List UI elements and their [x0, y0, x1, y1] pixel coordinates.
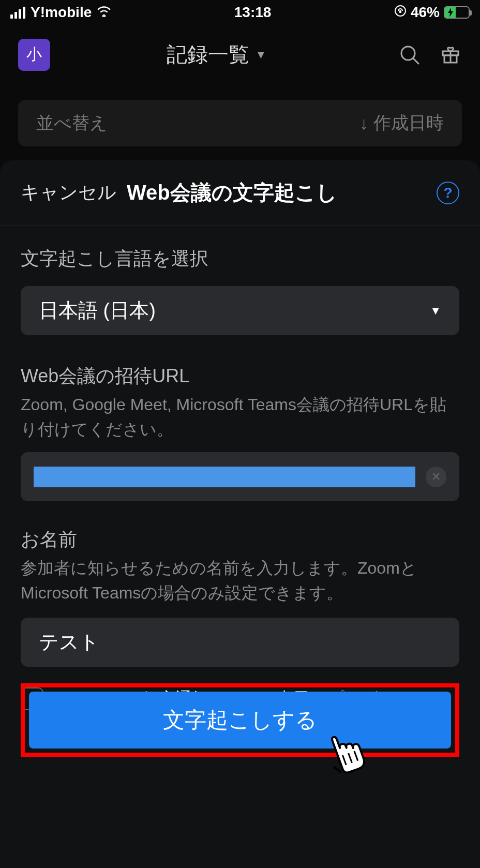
orientation-lock-icon [394, 4, 407, 21]
submit-highlight: 文字起こしする [21, 683, 459, 757]
name-section: お名前 参加者に知らせるための名前を入力します。ZoomとMicrosoft T… [0, 501, 480, 667]
close-icon: ✕ [431, 470, 441, 484]
url-hint: Zoom, Google Meet, Microsoft Teams会議の招待U… [21, 392, 459, 442]
carrier-label: Y!mobile [31, 4, 92, 21]
signal-icon [10, 7, 25, 19]
modal-title: Web会議の文字起こし [127, 178, 426, 207]
status-right: 46% [394, 4, 470, 21]
help-icon: ? [443, 185, 452, 201]
status-left: Y!mobile [10, 4, 111, 21]
page-title-dropdown[interactable]: 記録一覧 ▼ [45, 40, 388, 69]
name-value: テスト [39, 629, 99, 655]
sort-bar[interactable]: 並べ替え ↓ 作成日時 [18, 100, 462, 146]
modal-header: キャンセル Web会議の文字起こし ? [0, 160, 480, 226]
avatar-label: 小 [26, 44, 42, 65]
name-hint: 参加者に知らせるための名前を入力します。ZoomとMicrosoft Teams… [21, 556, 459, 605]
arrow-down-icon: ↓ [359, 113, 368, 133]
svg-rect-1 [399, 10, 401, 13]
url-section: Web会議の招待URL Zoom, Google Meet, Microsoft… [0, 335, 480, 501]
language-label: 文字起こし言語を選択 [21, 246, 459, 272]
transcribe-button-label: 文字起こしする [163, 706, 317, 735]
gift-button[interactable] [439, 43, 462, 66]
url-label: Web会議の招待URL [21, 364, 459, 389]
search-button[interactable] [398, 43, 421, 66]
url-input[interactable]: ✕ [21, 452, 459, 501]
sort-label: 並べ替え [36, 111, 108, 135]
sort-value-wrap: ↓ 作成日時 [359, 111, 444, 135]
search-icon [399, 44, 421, 66]
transcribe-button[interactable]: 文字起こしする [29, 692, 451, 749]
status-bar: Y!mobile 13:18 46% [0, 0, 480, 25]
sort-value: 作成日時 [373, 111, 444, 135]
language-select[interactable]: 日本語 (日本) ▼ [21, 286, 459, 335]
cancel-button[interactable]: キャンセル [21, 180, 116, 205]
wifi-icon [97, 5, 111, 21]
svg-line-3 [413, 58, 418, 64]
caret-down-icon: ▼ [430, 304, 441, 318]
battery-pct: 46% [411, 4, 440, 21]
gift-icon [440, 44, 461, 66]
page-title: 記録一覧 [167, 40, 249, 69]
status-time: 13:18 [234, 4, 272, 21]
clear-url-button[interactable]: ✕ [426, 467, 446, 487]
name-label: お名前 [21, 527, 459, 552]
url-selection [34, 467, 415, 487]
transcription-modal: キャンセル Web会議の文字起こし ? 文字起こし言語を選択 日本語 (日本) … [0, 160, 480, 868]
battery-icon [444, 6, 470, 19]
app-header: 小 記録一覧 ▼ [0, 25, 480, 84]
help-button[interactable]: ? [437, 182, 459, 204]
caret-down-icon: ▼ [256, 48, 267, 62]
name-input[interactable]: テスト [21, 618, 459, 667]
language-section: 文字起こし言語を選択 日本語 (日本) ▼ [0, 226, 480, 335]
language-value: 日本語 (日本) [39, 297, 156, 324]
